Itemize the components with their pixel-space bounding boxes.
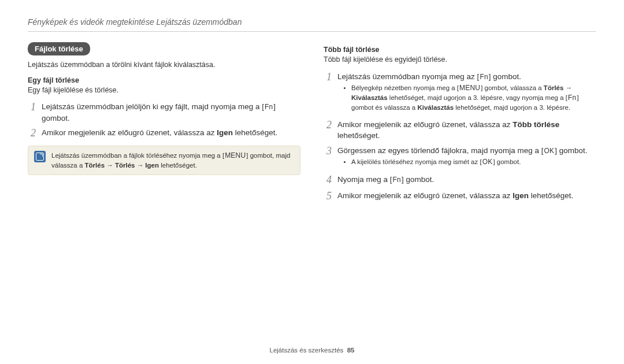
section-pill: Fájlok törlése (28, 42, 90, 55)
note-box: Lejátszás üzemmódban a fájlok törléséhez… (28, 146, 300, 175)
fn-key: Fn (264, 103, 273, 111)
page-number: 85 (347, 347, 355, 354)
menu-key: MENU (224, 151, 246, 159)
page-footer: Lejátszás és szerkesztés 85 (0, 347, 624, 354)
manual-page: Fényképek és videók megtekintése Lejátsz… (0, 0, 624, 364)
sub-bullets: A kijelölés törléséhez nyomja meg ismét … (351, 157, 596, 167)
sub-bullets: Bélyegkép nézetben nyomja meg a [MENU] g… (351, 83, 596, 112)
step-number: 3 (324, 145, 332, 158)
subsection-intro: Egy fájl kijelölése és törlése. (28, 86, 300, 96)
step-text: Amikor megjelenik az előugró üzenet, vál… (42, 127, 300, 139)
step-item: 1 Lejátszás üzemmódban nyomja meg az [Fn… (324, 71, 596, 116)
left-column: Fájlok törlése Lejátszás üzemmódban a tö… (28, 42, 300, 208)
note-text: Lejátszás üzemmódban a fájlok törléséhez… (51, 151, 294, 170)
step-number: 4 (324, 174, 332, 187)
step-text: Nyomja meg a [Fn] gombot. (337, 174, 596, 185)
step-item: 5 Amikor megjelenik az előugró üzenet, v… (324, 190, 596, 203)
bullet-item: A kijelölés törléséhez nyomja meg ismét … (351, 157, 596, 167)
step-text: Görgessen az egyes törlendő fájlokra, ma… (337, 145, 596, 170)
step-number: 1 (324, 71, 332, 84)
step-item: 3 Görgessen az egyes törlendő fájlokra, … (324, 145, 596, 170)
step-number: 2 (324, 119, 332, 132)
step-number: 1 (28, 101, 36, 114)
footer-section: Lejátszás és szerkesztés (269, 347, 343, 354)
fn-key: Fn (479, 73, 488, 81)
fn-key: Fn (567, 94, 577, 102)
steps-list: 1 Lejátszás üzemmódban nyomja meg az [Fn… (324, 71, 596, 203)
step-item: 4 Nyomja meg a [Fn] gombot. (324, 174, 596, 187)
steps-list: 1 Lejátszás üzemmódban jelöljön ki egy f… (28, 101, 300, 140)
step-number: 2 (28, 127, 36, 140)
right-column: Több fájl törlése Több fájl kijelölése é… (324, 42, 596, 208)
step-text: Lejátszás üzemmódban nyomja meg az [Fn] … (337, 71, 596, 116)
fn-key: Fn (392, 176, 402, 184)
step-item: 2 Amikor megjelenik az előugró üzenet, v… (28, 127, 300, 140)
step-item: 2 Amikor megjelenik az előugró üzenet, v… (324, 119, 596, 142)
ok-key: OK (482, 158, 493, 166)
content-columns: Fájlok törlése Lejátszás üzemmódban a tö… (28, 42, 596, 208)
bullet-item: Bélyegkép nézetben nyomja meg a [MENU] g… (351, 83, 596, 112)
step-number: 5 (324, 190, 332, 203)
note-icon (34, 151, 46, 162)
section-intro: Lejátszás üzemmódban a törölni kívánt fá… (28, 60, 300, 70)
step-text: Amikor megjelenik az előugró üzenet, vál… (337, 119, 596, 142)
subsection-title: Egy fájl törlése (28, 76, 300, 84)
step-text: Amikor megjelenik az előugró üzenet, vál… (337, 190, 596, 202)
page-header: Fényképek és videók megtekintése Lejátsz… (28, 17, 596, 32)
subsection-intro: Több fájl kijelölése és egyidejű törlése… (324, 55, 596, 65)
menu-key: MENU (459, 84, 481, 92)
step-text: Lejátszás üzemmódban jelöljön ki egy fáj… (42, 101, 300, 124)
ok-key: OK (543, 147, 555, 155)
step-item: 1 Lejátszás üzemmódban jelöljön ki egy f… (28, 101, 300, 124)
subsection-title: Több fájl törlése (324, 46, 596, 54)
